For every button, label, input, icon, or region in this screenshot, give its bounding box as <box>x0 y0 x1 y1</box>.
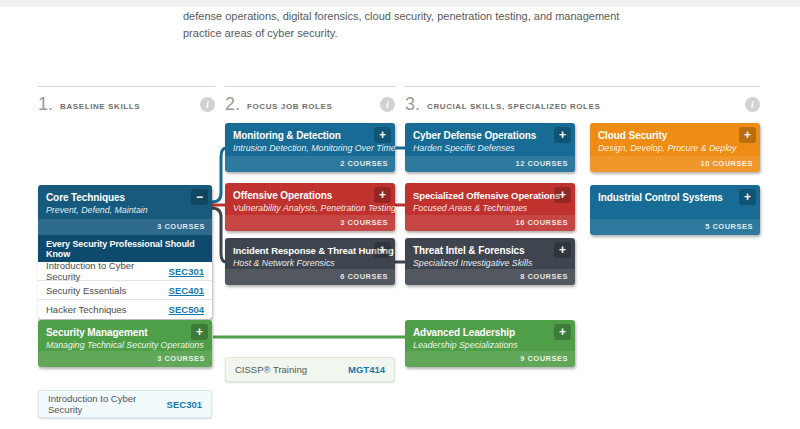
card-subtitle: Leadership Specializations <box>413 340 551 350</box>
card-threat-intel-forensics[interactable]: Threat Intel & Forensics Specialized Inv… <box>405 238 575 285</box>
course-row: Security Essentials SEC401 <box>38 281 212 300</box>
card-subtitle: Intrusion Detection, Monitoring Over Tim… <box>233 143 371 153</box>
course-count: 3 COURSES <box>38 351 212 367</box>
card-monitoring-detection[interactable]: Monitoring & Detection Intrusion Detecti… <box>225 123 395 172</box>
expand-button[interactable]: + <box>739 189 756 205</box>
card-industrial-control-systems[interactable]: Industrial Control Systems + 5 COURSES <box>590 185 760 235</box>
card-title: Cyber Defense Operations <box>413 130 551 141</box>
course-name: Introduction to Cyber Security <box>46 260 169 282</box>
course-row: Introduction to Cyber Security SEC301 <box>38 262 212 281</box>
expand-button[interactable]: + <box>739 127 756 143</box>
card-intro-cyber-security[interactable]: Introduction to Cyber Security SEC301 <box>38 390 212 418</box>
course-count: 2 COURSES <box>225 156 395 172</box>
connector-core-to-incident <box>212 208 226 262</box>
roadmap-page: defense operations, digital forensics, c… <box>0 0 800 429</box>
card-title: Specialized Offensive Operations <box>413 190 551 201</box>
card-subtitle: Prevent, Defend, Maintain <box>46 205 188 215</box>
course-count: 6 COURSES <box>225 269 395 285</box>
course-count: 3 COURSES <box>225 215 395 231</box>
card-title: Industrial Control Systems <box>598 192 736 203</box>
card-title: Threat Intel & Forensics <box>413 245 551 256</box>
course-count: 5 COURSES <box>590 219 760 235</box>
expand-button[interactable]: + <box>554 242 571 258</box>
card-subtitle: Vulnerability Analysis, Penetration Test… <box>233 203 371 213</box>
course-count: 8 COURSES <box>405 269 575 285</box>
course-count: 9 COURSES <box>405 351 575 367</box>
course-code-link[interactable]: SEC401 <box>169 285 204 296</box>
card-subtitle: Harden Specific Defenses <box>413 143 551 153</box>
connector-core-to-monitoring <box>212 148 226 202</box>
course-count: 10 COURSES <box>590 156 760 172</box>
card-subtitle: Design, Develop, Procure & Deploy <box>598 143 736 153</box>
card-title: Incident Response & Threat Hunting <box>233 245 371 256</box>
expand-button[interactable]: + <box>374 242 391 258</box>
expand-button[interactable]: + <box>374 187 391 203</box>
card-core-techniques[interactable]: Core Techniques Prevent, Defend, Maintai… <box>38 185 212 319</box>
card-advanced-leadership[interactable]: Advanced Leadership Leadership Specializ… <box>405 320 575 367</box>
course-code-link[interactable]: SEC504 <box>169 304 204 315</box>
expand-button[interactable]: + <box>191 324 208 340</box>
banner-label: Every Security Professional Should Know <box>46 239 195 259</box>
card-cyber-defense-operations[interactable]: Cyber Defense Operations Harden Specific… <box>405 123 575 172</box>
course-name: Introduction to Cyber Security <box>48 393 167 415</box>
expand-button[interactable]: + <box>554 324 571 340</box>
expand-button[interactable]: + <box>374 127 391 143</box>
card-subtitle: Specialized Investigative Skills <box>413 258 551 268</box>
course-code-link[interactable]: MGT414 <box>348 364 385 375</box>
card-cloud-security[interactable]: Cloud Security Design, Develop, Procure … <box>590 123 760 172</box>
course-list: Introduction to Cyber Security SEC301 Se… <box>38 262 212 319</box>
card-title: Offensive Operations <box>233 190 371 201</box>
card-banner: Every Security Professional Should Know <box>38 235 212 262</box>
expand-button[interactable]: + <box>554 187 571 203</box>
course-code-link[interactable]: SEC301 <box>169 266 204 277</box>
card-title: Cloud Security <box>598 130 736 141</box>
card-security-management[interactable]: Security Management Managing Technical S… <box>38 320 212 367</box>
course-count: 12 COURSES <box>405 156 575 172</box>
card-title: Security Management <box>46 327 188 338</box>
collapse-button[interactable]: − <box>191 189 208 205</box>
course-count: 3 COURSES <box>38 219 212 235</box>
card-offensive-operations[interactable]: Offensive Operations Vulnerability Analy… <box>225 183 395 231</box>
card-cissp-training[interactable]: CISSP® Training MGT414 <box>225 357 395 382</box>
course-name: Security Essentials <box>46 285 126 296</box>
expand-button[interactable]: + <box>554 127 571 143</box>
course-count: 16 COURSES <box>405 215 575 231</box>
course-name: CISSP® Training <box>235 364 307 375</box>
card-subtitle: Managing Technical Security Operations <box>46 340 188 350</box>
course-row: Hacker Techniques SEC504 <box>38 300 212 319</box>
card-title: Monitoring & Detection <box>233 130 371 141</box>
card-subtitle: Focused Areas & Techniques <box>413 203 551 213</box>
course-name: Hacker Techniques <box>46 304 127 315</box>
course-code-link[interactable]: SEC301 <box>167 399 202 410</box>
card-title: Core Techniques <box>46 192 188 203</box>
card-specialized-offensive-operations[interactable]: Specialized Offensive Operations Focused… <box>405 183 575 231</box>
card-incident-response[interactable]: Incident Response & Threat Hunting Host … <box>225 238 395 285</box>
card-subtitle: Host & Network Forensics <box>233 258 371 268</box>
card-title: Advanced Leadership <box>413 327 551 338</box>
